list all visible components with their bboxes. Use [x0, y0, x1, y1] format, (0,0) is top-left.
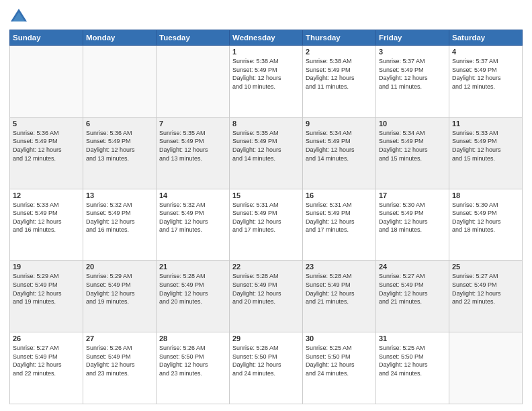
day-info: Sunrise: 5:25 AM Sunset: 5:50 PM Dayligh…	[379, 344, 446, 377]
day-number: 28	[159, 334, 226, 342]
calendar-cell: 29Sunrise: 5:26 AM Sunset: 5:50 PM Dayli…	[230, 332, 303, 404]
calendar-cell: 8Sunrise: 5:35 AM Sunset: 5:49 PM Daylig…	[230, 117, 303, 189]
day-info: Sunrise: 5:27 AM Sunset: 5:49 PM Dayligh…	[452, 272, 519, 306]
calendar-cell: 7Sunrise: 5:35 AM Sunset: 5:49 PM Daylig…	[157, 117, 230, 189]
day-number: 26	[13, 334, 80, 342]
calendar-cell: 31Sunrise: 5:25 AM Sunset: 5:50 PM Dayli…	[376, 332, 449, 404]
day-info: Sunrise: 5:27 AM Sunset: 5:49 PM Dayligh…	[379, 272, 446, 306]
weekday-thursday: Thursday	[303, 30, 376, 46]
calendar-cell: 23Sunrise: 5:28 AM Sunset: 5:49 PM Dayli…	[303, 261, 376, 332]
calendar-cell: 1Sunrise: 5:38 AM Sunset: 5:49 PM Daylig…	[230, 46, 303, 118]
weekday-friday: Friday	[376, 30, 449, 46]
day-number: 9	[306, 120, 373, 128]
day-info: Sunrise: 5:26 AM Sunset: 5:49 PM Dayligh…	[86, 344, 153, 377]
day-info: Sunrise: 5:28 AM Sunset: 5:49 PM Dayligh…	[232, 272, 300, 306]
calendar-week-row: 19Sunrise: 5:29 AM Sunset: 5:49 PM Dayli…	[10, 261, 523, 332]
day-info: Sunrise: 5:32 AM Sunset: 5:49 PM Dayligh…	[86, 201, 153, 234]
calendar-cell: 21Sunrise: 5:28 AM Sunset: 5:49 PM Dayli…	[157, 261, 230, 332]
calendar-cell: 5Sunrise: 5:36 AM Sunset: 5:49 PM Daylig…	[10, 117, 83, 189]
day-number: 27	[86, 334, 153, 342]
day-info: Sunrise: 5:26 AM Sunset: 5:50 PM Dayligh…	[232, 344, 300, 377]
calendar-week-row: 26Sunrise: 5:27 AM Sunset: 5:49 PM Dayli…	[10, 332, 523, 404]
day-info: Sunrise: 5:35 AM Sunset: 5:49 PM Dayligh…	[159, 129, 226, 163]
calendar-cell: 13Sunrise: 5:32 AM Sunset: 5:49 PM Dayli…	[83, 189, 157, 261]
day-number: 24	[379, 263, 446, 271]
day-number: 31	[379, 334, 446, 342]
calendar-cell	[157, 46, 230, 118]
calendar-cell: 30Sunrise: 5:25 AM Sunset: 5:50 PM Dayli…	[303, 332, 376, 404]
day-number: 8	[232, 120, 300, 128]
calendar-cell: 27Sunrise: 5:26 AM Sunset: 5:49 PM Dayli…	[83, 332, 157, 404]
day-info: Sunrise: 5:33 AM Sunset: 5:49 PM Dayligh…	[452, 129, 519, 163]
calendar-cell: 20Sunrise: 5:29 AM Sunset: 5:49 PM Dayli…	[83, 261, 157, 332]
day-number: 23	[306, 263, 373, 271]
calendar-cell: 19Sunrise: 5:29 AM Sunset: 5:49 PM Dayli…	[10, 261, 83, 332]
day-info: Sunrise: 5:28 AM Sunset: 5:49 PM Dayligh…	[159, 272, 226, 306]
day-info: Sunrise: 5:37 AM Sunset: 5:49 PM Dayligh…	[379, 57, 446, 91]
day-number: 22	[232, 263, 300, 271]
day-number: 12	[13, 191, 80, 199]
header	[9, 7, 523, 26]
logo-icon	[9, 7, 28, 26]
calendar: SundayMondayTuesdayWednesdayThursdayFrid…	[9, 30, 523, 404]
calendar-week-row: 5Sunrise: 5:36 AM Sunset: 5:49 PM Daylig…	[10, 117, 523, 189]
day-number: 6	[86, 120, 153, 128]
calendar-cell	[10, 46, 83, 118]
calendar-cell: 26Sunrise: 5:27 AM Sunset: 5:49 PM Dayli…	[10, 332, 83, 404]
calendar-cell: 2Sunrise: 5:38 AM Sunset: 5:49 PM Daylig…	[303, 46, 376, 118]
weekday-wednesday: Wednesday	[230, 30, 303, 46]
day-info: Sunrise: 5:38 AM Sunset: 5:49 PM Dayligh…	[306, 57, 373, 91]
day-number: 16	[306, 191, 373, 199]
day-number: 19	[13, 263, 80, 271]
weekday-header-row: SundayMondayTuesdayWednesdayThursdayFrid…	[10, 30, 523, 46]
day-number: 30	[306, 334, 373, 342]
day-number: 17	[379, 191, 446, 199]
calendar-cell: 12Sunrise: 5:33 AM Sunset: 5:49 PM Dayli…	[10, 189, 83, 261]
day-info: Sunrise: 5:31 AM Sunset: 5:49 PM Dayligh…	[232, 201, 300, 234]
day-info: Sunrise: 5:30 AM Sunset: 5:49 PM Dayligh…	[452, 201, 519, 234]
calendar-cell: 9Sunrise: 5:34 AM Sunset: 5:49 PM Daylig…	[303, 117, 376, 189]
day-number: 29	[232, 334, 300, 342]
calendar-cell: 4Sunrise: 5:37 AM Sunset: 5:49 PM Daylig…	[449, 46, 523, 118]
day-number: 4	[452, 48, 519, 56]
day-number: 11	[452, 120, 519, 128]
day-number: 13	[86, 191, 153, 199]
calendar-week-row: 1Sunrise: 5:38 AM Sunset: 5:49 PM Daylig…	[10, 46, 523, 118]
weekday-monday: Monday	[83, 30, 157, 46]
day-info: Sunrise: 5:29 AM Sunset: 5:49 PM Dayligh…	[86, 272, 153, 306]
calendar-cell: 16Sunrise: 5:31 AM Sunset: 5:49 PM Dayli…	[303, 189, 376, 261]
calendar-cell: 28Sunrise: 5:26 AM Sunset: 5:50 PM Dayli…	[157, 332, 230, 404]
calendar-cell: 18Sunrise: 5:30 AM Sunset: 5:49 PM Dayli…	[449, 189, 523, 261]
calendar-cell: 11Sunrise: 5:33 AM Sunset: 5:49 PM Dayli…	[449, 117, 523, 189]
logo	[9, 7, 31, 26]
calendar-cell: 10Sunrise: 5:34 AM Sunset: 5:49 PM Dayli…	[376, 117, 449, 189]
weekday-tuesday: Tuesday	[157, 30, 230, 46]
day-info: Sunrise: 5:34 AM Sunset: 5:49 PM Dayligh…	[306, 129, 373, 163]
weekday-saturday: Saturday	[449, 30, 523, 46]
calendar-week-row: 12Sunrise: 5:33 AM Sunset: 5:49 PM Dayli…	[10, 189, 523, 261]
day-number: 1	[232, 48, 300, 56]
day-number: 15	[232, 191, 300, 199]
day-info: Sunrise: 5:34 AM Sunset: 5:49 PM Dayligh…	[379, 129, 446, 163]
calendar-cell	[83, 46, 157, 118]
calendar-cell: 17Sunrise: 5:30 AM Sunset: 5:49 PM Dayli…	[376, 189, 449, 261]
day-number: 7	[159, 120, 226, 128]
day-info: Sunrise: 5:26 AM Sunset: 5:50 PM Dayligh…	[159, 344, 226, 377]
day-number: 5	[13, 120, 80, 128]
day-info: Sunrise: 5:31 AM Sunset: 5:49 PM Dayligh…	[306, 201, 373, 234]
calendar-cell: 22Sunrise: 5:28 AM Sunset: 5:49 PM Dayli…	[230, 261, 303, 332]
day-info: Sunrise: 5:32 AM Sunset: 5:49 PM Dayligh…	[159, 201, 226, 234]
day-info: Sunrise: 5:27 AM Sunset: 5:49 PM Dayligh…	[13, 344, 80, 377]
day-number: 20	[86, 263, 153, 271]
day-number: 14	[159, 191, 226, 199]
calendar-cell: 6Sunrise: 5:36 AM Sunset: 5:49 PM Daylig…	[83, 117, 157, 189]
day-number: 10	[379, 120, 446, 128]
calendar-cell: 14Sunrise: 5:32 AM Sunset: 5:49 PM Dayli…	[157, 189, 230, 261]
calendar-cell: 3Sunrise: 5:37 AM Sunset: 5:49 PM Daylig…	[376, 46, 449, 118]
day-number: 25	[452, 263, 519, 271]
day-info: Sunrise: 5:36 AM Sunset: 5:49 PM Dayligh…	[13, 129, 80, 163]
day-info: Sunrise: 5:38 AM Sunset: 5:49 PM Dayligh…	[232, 57, 300, 91]
day-info: Sunrise: 5:30 AM Sunset: 5:49 PM Dayligh…	[379, 201, 446, 234]
day-info: Sunrise: 5:28 AM Sunset: 5:49 PM Dayligh…	[306, 272, 373, 306]
day-info: Sunrise: 5:36 AM Sunset: 5:49 PM Dayligh…	[86, 129, 153, 163]
